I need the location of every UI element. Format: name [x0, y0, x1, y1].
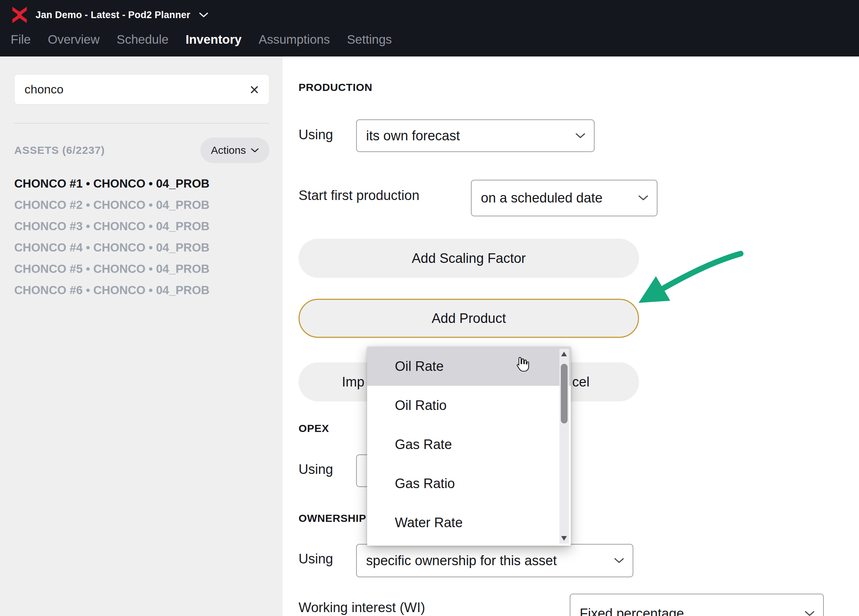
chevron-down-icon: [575, 133, 585, 139]
add-product-dropdown-menu: Oil Rate Oil Ratio Gas Rate Gas Ratio Wa…: [367, 347, 571, 546]
clear-search-icon[interactable]: ×: [250, 81, 259, 98]
start-first-production-label: Start first production: [298, 188, 419, 203]
asset-search-box[interactable]: ×: [14, 74, 269, 104]
top-navigation-bar: Jan Demo - Latest - Pod2 Planner File Ov…: [0, 0, 859, 56]
scroll-down-icon[interactable]: [561, 536, 567, 541]
scroll-up-icon[interactable]: [561, 352, 567, 356]
import-button-text-fragment: cel: [572, 374, 590, 390]
asset-list-item[interactable]: CHONCO #4 • CHONCO • 04_PROB: [14, 237, 209, 258]
working-interest-value: Fixed percentage: [579, 606, 684, 616]
sidebar-divider: [14, 123, 269, 124]
menu-option-water-rate[interactable]: Water Rate: [367, 503, 571, 542]
production-using-label: Using: [298, 127, 333, 142]
app-window: Jan Demo - Latest - Pod2 Planner File Ov…: [0, 0, 859, 616]
asset-list-item[interactable]: CHONCO #3 • CHONCO • 04_PROB: [14, 216, 209, 237]
menu-option-gas-rate[interactable]: Gas Rate: [367, 425, 571, 464]
ownership-using-label: Using: [298, 551, 333, 567]
production-using-select[interactable]: its own forecast: [356, 119, 595, 152]
search-input[interactable]: [25, 83, 250, 96]
start-first-production-value: on a scheduled date: [481, 190, 603, 206]
add-product-button[interactable]: Add Product: [298, 299, 639, 338]
dropdown-scrollbar[interactable]: [559, 349, 569, 544]
asset-list-item[interactable]: CHONCO #2 • CHONCO • 04_PROB: [14, 194, 209, 216]
asset-list-item[interactable]: CHONCO #6 • CHONCO • 04_PROB: [14, 279, 209, 301]
workspace-switcher[interactable]: Jan Demo - Latest - Pod2 Planner: [10, 3, 208, 26]
asset-list: CHONCO #1 • CHONCO • 04_PROB CHONCO #2 •…: [14, 173, 209, 301]
asset-list-item[interactable]: CHONCO #5 • CHONCO • 04_PROB: [14, 258, 209, 279]
actions-button-label: Actions: [211, 144, 246, 156]
scrollbar-thumb[interactable]: [561, 364, 568, 423]
add-scaling-factor-button[interactable]: Add Scaling Factor: [298, 239, 639, 278]
main-menu: File Overview Schedule Inventory Assumpt…: [11, 28, 392, 51]
chevron-down-icon: [614, 558, 624, 564]
opex-section-heading: OPEX: [298, 423, 329, 435]
menu-option-oil-rate[interactable]: Oil Rate: [367, 347, 571, 386]
ownership-using-value: specific ownership for this asset: [366, 553, 556, 568]
ownership-section-heading: OWNERSHIP: [298, 512, 366, 524]
menu-option-oil-ratio[interactable]: Oil Ratio: [367, 386, 571, 425]
actions-button[interactable]: Actions: [200, 137, 269, 163]
working-interest-label: Working interest (WI): [298, 600, 425, 615]
menu-item-schedule[interactable]: Schedule: [117, 32, 169, 47]
chevron-down-icon: [804, 611, 815, 616]
asset-list-item[interactable]: CHONCO #1 • CHONCO • 04_PROB: [14, 173, 209, 194]
assets-header-row: ASSETS (6/2237) Actions: [14, 137, 269, 163]
opex-using-label: Using: [298, 462, 333, 477]
chevron-down-icon: [638, 195, 648, 201]
menu-item-assumptions[interactable]: Assumptions: [259, 32, 330, 47]
start-first-production-select[interactable]: on a scheduled date: [471, 180, 658, 216]
assets-count-heading: ASSETS (6/2237): [14, 144, 105, 156]
menu-option-gas-ratio[interactable]: Gas Ratio: [367, 464, 571, 503]
production-using-value: its own forecast: [366, 128, 460, 143]
menu-item-file[interactable]: File: [11, 32, 31, 47]
menu-item-settings[interactable]: Settings: [347, 32, 392, 47]
working-interest-select[interactable]: Fixed percentage: [570, 594, 824, 616]
chevron-down-icon: [199, 12, 208, 18]
assets-sidebar: × ASSETS (6/2237) Actions CHONCO #1 • CH…: [0, 56, 283, 616]
workspace-title: Jan Demo - Latest - Pod2 Planner: [36, 9, 191, 20]
ownership-using-select[interactable]: specific ownership for this asset: [356, 544, 633, 577]
chevron-down-icon: [251, 148, 259, 153]
production-section-heading: PRODUCTION: [298, 81, 372, 94]
app-logo-icon: [10, 5, 29, 25]
menu-item-inventory[interactable]: Inventory: [186, 32, 242, 47]
menu-item-overview[interactable]: Overview: [48, 32, 100, 47]
import-button-text-fragment: Imp: [342, 374, 364, 390]
